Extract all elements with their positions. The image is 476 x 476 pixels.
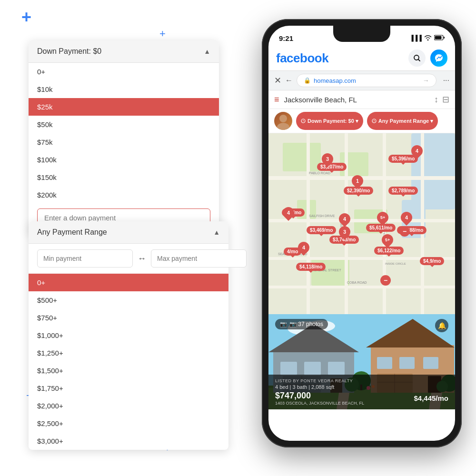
svg-rect-56 bbox=[423, 357, 438, 369]
decorative-plus-1: + bbox=[21, 9, 31, 26]
url-text: homeasap.com bbox=[314, 77, 356, 84]
price-pin-10[interactable]: $4,118/mo bbox=[296, 263, 326, 271]
browser-menu-button[interactable]: ··· bbox=[443, 76, 449, 85]
svg-rect-16 bbox=[283, 143, 321, 171]
camera-icon: 📷 bbox=[280, 321, 287, 327]
sort-icon[interactable]: ↕ bbox=[434, 95, 438, 105]
payment-option-1750[interactable]: $1,750+ bbox=[29, 379, 228, 397]
map-area[interactable]: PABLO ROAD SAILFISH DRIVE SEABROOK ROAD … bbox=[268, 133, 455, 314]
facebook-logo: facebook bbox=[276, 51, 328, 66]
status-time: 9:21 bbox=[279, 34, 293, 42]
status-icons: ▐▐▐ bbox=[409, 35, 445, 42]
browser-bar: ✕ ← 🔒 homeasap.com → ··· bbox=[268, 71, 455, 90]
price-pin-5[interactable]: $3,469/mo bbox=[307, 226, 336, 234]
svg-text:INSIDE CIRCLE: INSIDE CIRCLE bbox=[385, 262, 406, 265]
min-payment-input[interactable] bbox=[37, 249, 133, 268]
dropdown-title: Down Payment: $0 bbox=[37, 47, 101, 56]
payment-option-1500[interactable]: $1,500+ bbox=[29, 362, 228, 379]
facebook-search-button[interactable] bbox=[408, 50, 426, 67]
filter-icon[interactable]: ⊟ bbox=[442, 94, 449, 105]
property-price-row: $747,000 1403 OSCEOLA, JACKSONVILLE BEAC… bbox=[275, 391, 448, 406]
property-price-block: $747,000 1403 OSCEOLA, JACKSONVILLE BEAC… bbox=[275, 391, 364, 406]
payment-range-pill-text: Any Payment Range ▾ bbox=[378, 118, 433, 124]
price-pin-9[interactable]: $6,122/mo bbox=[374, 247, 404, 255]
range-arrow-icon: ↔ bbox=[138, 254, 146, 264]
svg-rect-54 bbox=[377, 357, 392, 369]
phone-notch bbox=[333, 26, 390, 42]
signal-icon: ▐▐▐ bbox=[409, 35, 422, 41]
svg-rect-24 bbox=[268, 286, 455, 288]
photos-badge[interactable]: 📷 📷 37 photos bbox=[275, 319, 328, 329]
property-price: $747,000 bbox=[275, 391, 364, 401]
payment-option-1000[interactable]: $1,000+ bbox=[29, 327, 228, 344]
map-filter-pills: Down Payment: $0 ▾ Any Payment Range ▾ bbox=[268, 109, 455, 133]
dropdown-arrow-icon: ▲ bbox=[204, 48, 210, 55]
price-pin-4[interactable]: $2,789/mo bbox=[388, 187, 418, 195]
agent-avatar[interactable] bbox=[274, 112, 292, 130]
property-specs: 4 bed | 3 bath | 2,088 sqft bbox=[275, 384, 448, 390]
svg-rect-2 bbox=[444, 37, 445, 39]
svg-text:COBA ROAD: COBA ROAD bbox=[347, 281, 367, 284]
lock-icon: 🔒 bbox=[304, 77, 311, 84]
down-payment-pill[interactable]: Down Payment: $0 ▾ bbox=[296, 112, 363, 130]
price-pin-1[interactable]: $3,207/mo bbox=[317, 163, 347, 171]
down-payment-dropdown: Down Payment: $0 ▲ 0+ $10k $25k $50k $75… bbox=[29, 40, 219, 234]
svg-text:SAILFISH DRIVE: SAILFISH DRIVE bbox=[309, 214, 335, 218]
payment-option-750[interactable]: $750+ bbox=[29, 309, 228, 327]
property-card[interactable]: 📷 📷 37 photos 🔔 Listed by PONTE VEDRA RE… bbox=[268, 314, 455, 409]
dropdown-header[interactable]: Down Payment: $0 ▲ bbox=[29, 40, 219, 63]
notification-bell[interactable]: 🔔 bbox=[435, 319, 448, 332]
option-200k[interactable]: $200k bbox=[29, 186, 219, 204]
svg-line-4 bbox=[418, 60, 420, 61]
phone-outer-frame: 9:21 ▐▐▐ faceb bbox=[262, 19, 462, 447]
phone-mockup: 9:21 ▐▐▐ faceb bbox=[262, 19, 462, 447]
svg-rect-28 bbox=[421, 133, 424, 314]
map-search-bar: ≡ Jacksonville Beach, FL ↕ ⊟ bbox=[268, 90, 455, 109]
payment-range-title: Any Payment Range bbox=[37, 228, 107, 237]
price-pin-7[interactable]: $5,611/mo bbox=[366, 224, 396, 232]
browser-forward-arrow: → bbox=[423, 77, 429, 84]
facebook-header-icons bbox=[408, 50, 447, 67]
max-payment-input[interactable] bbox=[151, 249, 247, 268]
payment-option-1250[interactable]: $1,250+ bbox=[29, 344, 228, 362]
svg-rect-1 bbox=[435, 36, 442, 39]
svg-rect-46 bbox=[304, 362, 321, 375]
option-0plus[interactable]: 0+ bbox=[29, 63, 219, 80]
svg-rect-22 bbox=[268, 219, 455, 222]
browser-url-bar[interactable]: 🔒 homeasap.com → bbox=[297, 74, 436, 87]
price-pin-11[interactable]: $4,9/mo bbox=[420, 257, 444, 265]
filter-icons: ↕ ⊟ bbox=[434, 94, 449, 105]
minus-pin-1[interactable]: − bbox=[399, 226, 410, 237]
payment-option-2500[interactable]: $2,500+ bbox=[29, 415, 228, 432]
payment-range-panel: Any Payment Range ▲ ↔ 0+ $500+ $750+ $1,… bbox=[29, 221, 228, 450]
option-10k[interactable]: $10k bbox=[29, 80, 219, 98]
browser-close-button[interactable]: ✕ bbox=[274, 75, 281, 86]
option-150k[interactable]: $150k bbox=[29, 169, 219, 186]
option-50k[interactable]: $50k bbox=[29, 116, 219, 133]
map-svg: PABLO ROAD SAILFISH DRIVE SEABROOK ROAD … bbox=[268, 133, 455, 314]
wifi-icon bbox=[424, 35, 432, 42]
svg-point-5 bbox=[279, 115, 287, 122]
payment-range-header[interactable]: Any Payment Range ▲ bbox=[29, 221, 228, 244]
option-75k[interactable]: $75k bbox=[29, 133, 219, 151]
svg-point-6 bbox=[277, 123, 289, 130]
option-25k[interactable]: $25k bbox=[29, 98, 219, 116]
battery-icon bbox=[434, 35, 445, 42]
browser-back-button[interactable]: ← bbox=[285, 76, 293, 85]
payment-range-inputs: ↔ bbox=[29, 244, 228, 274]
facebook-messenger-button[interactable] bbox=[430, 50, 447, 67]
svg-rect-55 bbox=[399, 357, 415, 369]
payment-option-500[interactable]: $500+ bbox=[29, 291, 228, 309]
payment-range-pill[interactable]: Any Payment Range ▾ bbox=[367, 112, 438, 130]
svg-rect-25 bbox=[307, 133, 310, 314]
minus-pin-2[interactable]: − bbox=[380, 275, 391, 286]
payment-option-3000[interactable]: $3,000+ bbox=[29, 432, 228, 450]
facebook-header: facebook bbox=[268, 47, 455, 71]
property-address: 1403 OSCEOLA, JACKSONVILLE BEACH, FL bbox=[275, 401, 364, 406]
payment-option-0plus[interactable]: 0+ bbox=[29, 274, 228, 291]
hamburger-icon[interactable]: ≡ bbox=[274, 95, 279, 105]
svg-text:PABLO ROAD: PABLO ROAD bbox=[309, 171, 330, 175]
payment-option-2000[interactable]: $2,000+ bbox=[29, 397, 228, 415]
svg-rect-45 bbox=[280, 362, 297, 375]
option-100k[interactable]: $100k bbox=[29, 151, 219, 169]
